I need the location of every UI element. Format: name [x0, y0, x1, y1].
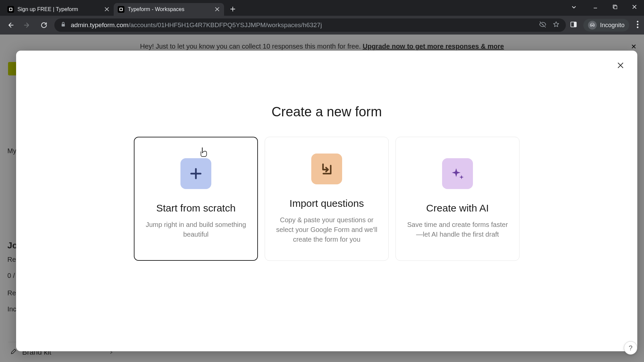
- star-icon[interactable]: [552, 21, 560, 30]
- incognito-label: Incognito: [600, 22, 625, 29]
- tab-workspaces[interactable]: Typeform - Workspaces: [114, 3, 224, 16]
- incognito-badge[interactable]: Incognito: [583, 19, 629, 32]
- help-button[interactable]: ?: [624, 341, 637, 355]
- new-tab-button[interactable]: [227, 3, 239, 15]
- option-create-with-ai[interactable]: Create with AI Save time and create form…: [395, 137, 520, 261]
- tab-signup[interactable]: Sign up FREE | Typeform: [3, 3, 114, 16]
- option-import-questions[interactable]: Import questions Copy & paste your quest…: [265, 137, 389, 261]
- svg-rect-1: [614, 6, 617, 9]
- options-row: Start from scratch Jump right in and bui…: [134, 137, 520, 261]
- close-icon[interactable]: [214, 6, 220, 12]
- option-desc: Jump right in and build something beauti…: [145, 220, 247, 239]
- option-title: Import questions: [289, 198, 364, 209]
- option-desc: Save time and create forms faster—let AI…: [407, 220, 508, 239]
- plus-icon: [180, 158, 211, 189]
- svg-rect-2: [62, 24, 65, 27]
- option-title: Create with AI: [426, 202, 489, 214]
- url-text: admin.typeform.com/accounts/01HHF5H1G4R7…: [71, 21, 322, 29]
- close-modal-button[interactable]: [614, 59, 627, 72]
- url-actions: [539, 21, 560, 30]
- typeform-favicon-icon: [7, 6, 14, 13]
- import-icon: [311, 154, 342, 184]
- incognito-icon: [588, 21, 597, 29]
- menu-button[interactable]: [635, 19, 640, 31]
- typeform-favicon-icon: [118, 6, 124, 13]
- window-controls: [586, 0, 644, 13]
- address-bar: admin.typeform.com/accounts/01HHF5H1G4R7…: [0, 16, 644, 35]
- eye-off-icon[interactable]: [539, 21, 546, 30]
- tab-title: Sign up FREE | Typeform: [17, 6, 100, 12]
- minimize-button[interactable]: [586, 0, 605, 13]
- reload-button[interactable]: [38, 19, 50, 32]
- svg-rect-4: [574, 22, 576, 27]
- close-window-button[interactable]: [625, 0, 644, 13]
- sparkle-icon: [442, 158, 473, 189]
- toolbar-right: Incognito: [570, 19, 640, 32]
- option-title: Start from scratch: [156, 202, 236, 214]
- close-icon[interactable]: [104, 6, 110, 12]
- option-start-from-scratch[interactable]: Start from scratch Jump right in and bui…: [134, 137, 258, 261]
- svg-point-7: [637, 26, 639, 28]
- side-panel-icon[interactable]: [570, 21, 577, 29]
- maximize-button[interactable]: [605, 0, 625, 13]
- svg-point-5: [637, 21, 639, 22]
- page-background: Hey! Just to let you know you can collec…: [0, 35, 644, 362]
- modal-title: Create a new form: [271, 104, 382, 119]
- url-bar[interactable]: admin.typeform.com/accounts/01HHF5H1G4R7…: [54, 18, 566, 32]
- tab-bar: Sign up FREE | Typeform Typeform - Works…: [0, 0, 644, 16]
- back-button[interactable]: [4, 19, 17, 32]
- browser-chrome: Sign up FREE | Typeform Typeform - Works…: [0, 0, 644, 35]
- create-form-modal: Create a new form Start from scratch Jum…: [16, 51, 637, 351]
- tab-search-button[interactable]: [571, 4, 577, 11]
- option-desc: Copy & paste your questions or select yo…: [276, 215, 378, 244]
- tab-title: Typeform - Workspaces: [128, 6, 211, 12]
- forward-button[interactable]: [21, 19, 34, 32]
- svg-point-6: [637, 24, 639, 25]
- lock-icon: [60, 21, 66, 29]
